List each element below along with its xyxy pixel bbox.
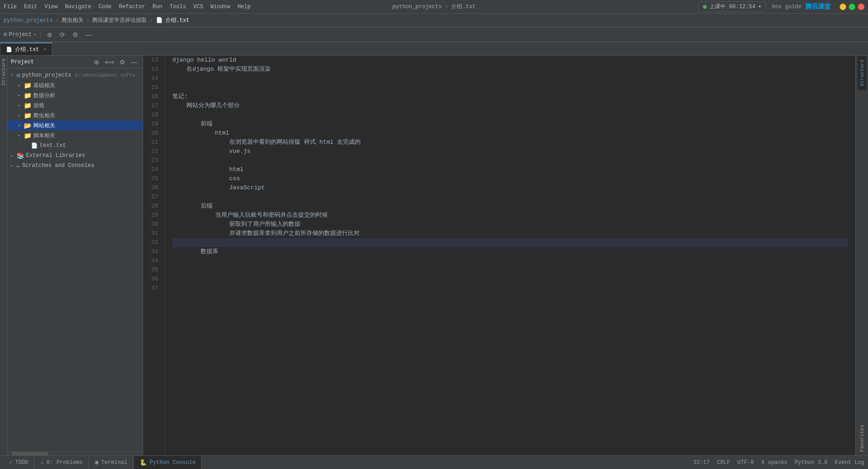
python-console-label: Python Console: [150, 459, 196, 466]
tree-website-arrow: [16, 123, 22, 128]
tree-scratches[interactable]: ✏ Scratches and Consoles: [7, 161, 143, 171]
code-line-23: [172, 156, 848, 165]
code-line-19: 前端: [172, 120, 848, 129]
toolbar-btn-add[interactable]: ⊕: [44, 29, 55, 40]
tree-root-path: D:\development softu: [75, 73, 135, 78]
panel-header: Project ⊕ ⟺ ⚙ —: [7, 56, 143, 68]
status-terminal[interactable]: ▣ Terminal: [90, 456, 134, 469]
right-panel: Structure Favorites: [855, 56, 868, 455]
status-python-console[interactable]: 🐍 Python Console: [134, 456, 202, 469]
right-panel-favorites[interactable]: Favorites: [858, 421, 867, 455]
menu-file[interactable]: File: [4, 4, 17, 10]
minimize-button[interactable]: [840, 4, 846, 10]
status-event-log[interactable]: Event Log: [835, 459, 864, 466]
tree-horizontal-scroll[interactable]: [7, 452, 143, 455]
tree-root-arrow: [9, 73, 15, 78]
menu-window[interactable]: Window: [211, 4, 230, 10]
toolbar-btn-collapse[interactable]: —: [83, 29, 95, 40]
tree-games-label: 游戏: [33, 102, 44, 109]
project-dropdown[interactable]: ⊞ Project ▾: [4, 31, 36, 38]
panel-btn-collapse[interactable]: —: [129, 57, 139, 67]
status-encoding[interactable]: UTF-8: [738, 459, 754, 466]
menu-tools[interactable]: Tools: [170, 4, 186, 10]
code-line-16: 笔记:: [172, 92, 848, 101]
menu-run[interactable]: Run: [152, 4, 162, 10]
status-python-version[interactable]: Python 3.6: [795, 459, 827, 466]
breadcrumb-project[interactable]: python_projects: [4, 17, 53, 24]
structure-label[interactable]: Structure: [0, 56, 7, 88]
problems-icon: ⚠: [41, 459, 44, 466]
editor-area: 1213141516171819202122232425262728293031…: [143, 56, 855, 455]
tree-text-file[interactable]: 📄 text.txt: [7, 141, 143, 151]
tree-scroll-thumb: [12, 452, 48, 455]
tree-basics[interactable]: 📁 基础相关: [7, 80, 143, 90]
status-line-endings[interactable]: CRLF: [717, 459, 730, 466]
breadcrumb-sep-1: ›: [56, 17, 59, 24]
right-panel-structure[interactable]: Structure: [858, 56, 867, 90]
panel-btn-sync[interactable]: ⟺: [103, 57, 116, 67]
tab-bar: 📄 介绍.txt ✕: [0, 42, 868, 56]
code-line-15: [172, 83, 848, 92]
tree-root-label: python_projects: [22, 72, 71, 78]
live-indicator[interactable]: 上课中 00:12:54 ▾: [698, 1, 766, 12]
breadcrumb-spider[interactable]: 爬虫相关: [62, 16, 83, 24]
tree-games-icon: 📁: [24, 102, 31, 109]
menu-vcs[interactable]: VCS: [193, 4, 203, 10]
tree-external[interactable]: 📚 External Libraries: [7, 151, 143, 161]
tree-data-arrow: [16, 93, 22, 98]
tree-scripts-arrow: [16, 133, 22, 138]
editor-content[interactable]: 1213141516171819202122232425262728293031…: [143, 56, 855, 455]
tree-spider[interactable]: 📁 爬虫相关: [7, 110, 143, 120]
status-bar: ✓ TODO ⚠ 6: Problems ▣ Terminal 🐍 Python…: [0, 455, 868, 469]
tree-scratches-label: Scratches and Consoles: [22, 162, 94, 169]
code-line-35: [172, 266, 848, 275]
tree-scratches-arrow: [9, 163, 15, 168]
menu-edit[interactable]: Edit: [24, 4, 37, 10]
tab-file-icon: 📄: [6, 47, 12, 52]
menu-refactor[interactable]: Refactor: [119, 4, 145, 10]
panel-btn-settings[interactable]: ⚙: [118, 57, 127, 67]
code-line-34: [172, 256, 848, 266]
tree-external-icon: 📚: [16, 152, 24, 160]
status-indent[interactable]: 4 spaces: [761, 459, 788, 466]
code-line-17: 网站分为哪几个部分: [172, 101, 848, 110]
tree-external-arrow: [9, 153, 15, 158]
code-lines[interactable]: django hello world 在django 框架中实现页面渲染笔记: …: [165, 56, 855, 455]
tree-data[interactable]: 📁 数据分析: [7, 90, 143, 100]
menu-navigate[interactable]: Navigate: [65, 4, 91, 10]
code-line-25: css: [172, 174, 848, 183]
close-button[interactable]: [858, 4, 864, 10]
code-line-12: django hello world: [172, 56, 848, 65]
status-todo[interactable]: ✓ TODO: [4, 456, 34, 469]
menu-code[interactable]: Code: [98, 4, 112, 10]
menu-help[interactable]: Help: [238, 4, 251, 10]
line-number-19: 19: [147, 120, 161, 129]
panel-btn-add[interactable]: ⊕: [92, 57, 101, 67]
menu-view[interactable]: View: [45, 4, 58, 10]
breadcrumb-sep-2: ›: [86, 17, 89, 24]
code-line-13: 在django 框架中实现页面渲染: [172, 65, 848, 74]
breadcrumb-file-icon: 📄: [156, 17, 163, 24]
tab-close-button[interactable]: ✕: [44, 47, 46, 52]
line-number-33: 33: [147, 247, 161, 256]
tree-scripts[interactable]: 📁 脚本相关: [7, 130, 143, 141]
breadcrumb-file[interactable]: 介绍.txt: [165, 16, 190, 24]
tree-website[interactable]: 📂 网站相关: [7, 120, 143, 130]
project-label: Project: [9, 31, 31, 38]
breadcrumb-tencent[interactable]: 腾讯课堂学员评论抓取: [92, 16, 147, 24]
tree-games[interactable]: 📁 游戏: [7, 100, 143, 110]
toolbar-btn-sync[interactable]: ⟳: [57, 29, 68, 40]
line-number-29: 29: [147, 211, 161, 220]
tree-root[interactable]: ⊞ python_projects D:\development softu: [7, 70, 143, 80]
panel-title: Project: [11, 59, 34, 65]
tree-basics-label: 基础相关: [33, 82, 55, 89]
line-number-17: 17: [147, 101, 161, 110]
todo-icon: ✓: [9, 459, 12, 466]
status-position[interactable]: 32:17: [693, 459, 710, 466]
toolbar-btn-settings[interactable]: ⚙: [70, 29, 81, 40]
tree-spider-icon: 📁: [24, 112, 31, 120]
tab-intro[interactable]: 📄 介绍.txt ✕: [0, 42, 52, 55]
maximize-button[interactable]: [849, 4, 855, 10]
status-problems[interactable]: ⚠ 6: Problems: [35, 456, 88, 469]
tencent-user[interactable]: bos guide: [772, 4, 801, 10]
